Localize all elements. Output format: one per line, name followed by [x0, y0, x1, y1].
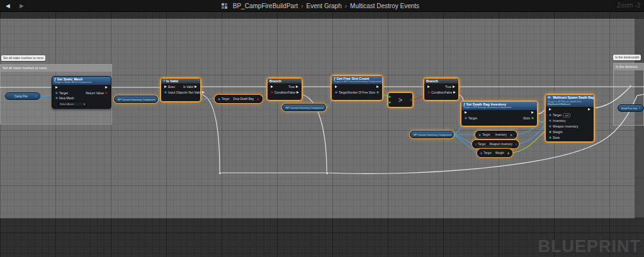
node-get-free-slot-count[interactable]: ƒ Get Free Slot Count Target is BP Conve… — [331, 75, 383, 101]
exec-in-pin[interactable] — [549, 108, 551, 111]
output-pin[interactable] — [325, 106, 326, 109]
pin-label: Weight — [553, 130, 562, 134]
exec-in-pin[interactable] — [335, 85, 337, 88]
return-value-pin[interactable] — [105, 92, 108, 94]
pin-label: Input Object — [168, 90, 185, 94]
variable-node-inventory-component[interactable]: BP Convert Inventory Component — [282, 104, 326, 111]
node-set-static-mesh[interactable]: ƒ Set Static Mesh Target is Static Mesh … — [52, 76, 111, 109]
pin-label: Target — [339, 90, 347, 94]
exec-in-pin[interactable] — [427, 85, 430, 88]
node-multicast-spawn-death-bag[interactable]: Multicast Spawn Death Bag Target is BP M… — [545, 94, 594, 142]
variable-node-inventory-component[interactable]: BP Convert Inventory Component — [410, 131, 454, 138]
node-subtitle: Target is Static Mesh Component — [54, 81, 109, 84]
variable-label: Build Part Info — [621, 107, 637, 110]
asset-picker-dropdown[interactable]: Select Asset ▾ — [58, 101, 87, 107]
node-get-drop-death-bag[interactable]: Target Drop Death Bag — [215, 95, 263, 103]
target-pin[interactable] — [55, 92, 58, 94]
target-pin[interactable] — [480, 152, 482, 155]
false-exec-pin[interactable] — [297, 91, 299, 94]
target-pin[interactable] — [335, 91, 337, 94]
exec-in-pin[interactable] — [164, 85, 167, 88]
weight-pin[interactable] — [549, 131, 551, 133]
pin-label: Inventory — [553, 119, 566, 123]
variable-node-inventory-component[interactable]: BP Convert Inventory Component — [114, 96, 158, 103]
slots-pin[interactable] — [549, 136, 551, 139]
output-pin[interactable] — [510, 134, 512, 136]
input-a-pin[interactable] — [388, 96, 391, 98]
reroute-node[interactable] — [325, 172, 329, 175]
node-is-valid[interactable]: ? Is Valid Exec Is Valid Input Object Is… — [161, 78, 201, 102]
number-of-free-slots-pin[interactable] — [376, 91, 379, 94]
target-pin[interactable] — [465, 117, 467, 119]
node-title: Is Valid — [166, 79, 178, 83]
output-pin[interactable] — [453, 133, 454, 136]
reroute-node[interactable] — [218, 172, 222, 175]
is-valid-exec-pin[interactable] — [195, 85, 197, 88]
input-b-pin[interactable] — [388, 101, 391, 104]
breadcrumb-icon — [222, 0, 227, 11]
node-branch-1[interactable]: Branch True Condition False — [267, 78, 302, 101]
condition-pin[interactable] — [271, 91, 273, 94]
condition-pin[interactable] — [427, 91, 430, 94]
exec-out-pin[interactable] — [588, 108, 590, 111]
true-exec-pin[interactable] — [296, 85, 298, 88]
exec-out-pin[interactable] — [376, 85, 379, 88]
variable-node-camp-fire[interactable]: Camp Fire — [5, 92, 40, 100]
output-pin[interactable] — [516, 143, 517, 146]
output-pin[interactable] — [35, 95, 37, 97]
target-pin[interactable] — [549, 114, 551, 116]
target-pin[interactable] — [478, 134, 481, 136]
output-pin[interactable] — [638, 107, 641, 109]
output-pin[interactable] — [410, 99, 412, 101]
pin-label: True — [445, 85, 451, 89]
node-title: Branch — [426, 79, 438, 83]
exec-out-pin[interactable] — [105, 86, 108, 89]
toolbar: ◄ ► BP_CampFireBuildPart › Event Graph ›… — [0, 0, 644, 12]
node-branch-2[interactable]: Branch True Condition False — [424, 78, 459, 101]
node-title: Multicast Spawn Death Bag — [553, 96, 594, 99]
comment-title[interactable]: Is the destruct — [614, 63, 643, 70]
new-mesh-pin[interactable] — [55, 97, 58, 99]
chevron-down-icon: ▾ — [84, 102, 85, 106]
exec-in-pin[interactable] — [465, 111, 467, 114]
target-pin[interactable] — [218, 98, 220, 101]
comment-title[interactable]: Set all static meshes to none — [1, 65, 111, 72]
pin-label: Target — [482, 133, 490, 136]
self-default-value[interactable]: self — [563, 113, 570, 118]
weapon-inventory-pin[interactable] — [549, 125, 551, 128]
inventory-pin[interactable] — [549, 119, 551, 122]
reroute-node[interactable] — [629, 85, 632, 88]
exec-in-pin[interactable] — [55, 86, 58, 89]
asset-picker-label: Select Asset — [60, 102, 74, 106]
false-exec-pin[interactable] — [453, 91, 456, 94]
node-greater-than[interactable]: > — [388, 92, 413, 107]
node-get-inventory[interactable]: Target Inventory — [475, 131, 517, 139]
pin-label: Target — [59, 91, 68, 95]
blueprint-watermark: BLUEPRINT — [538, 237, 641, 256]
node-subtitle: Target is BP Convert Inventory Component — [334, 80, 380, 84]
back-button[interactable]: ◄ — [4, 1, 11, 11]
breadcrumb-blueprint[interactable]: BP_CampFireBuildPart — [233, 3, 298, 9]
exec-out-pin[interactable] — [531, 111, 534, 114]
pin-label: Target — [553, 113, 562, 117]
node-subtitle: Target is BP Storage Inventory Component — [463, 106, 535, 109]
breadcrumb-event-graph[interactable]: Event Graph — [307, 3, 342, 9]
exec-in-pin[interactable] — [271, 85, 273, 88]
pin-label: Condition — [274, 90, 288, 94]
is-not-valid-exec-pin[interactable] — [202, 91, 205, 94]
forward-button[interactable]: ► — [18, 1, 25, 11]
pin-label: False — [288, 90, 295, 94]
target-pin[interactable] — [475, 143, 477, 146]
pin-label: Number Of Free Slots — [347, 91, 375, 94]
output-pin[interactable] — [157, 98, 158, 101]
node-get-weight[interactable]: Target Weight — [477, 149, 512, 157]
true-exec-pin[interactable] — [453, 85, 455, 88]
node-set-death-bag-inventory[interactable]: ƒ Set Death Bag Inventory Target is BP S… — [461, 101, 538, 126]
slots-pin[interactable] — [531, 117, 534, 119]
output-pin[interactable] — [257, 98, 259, 101]
node-get-weapon-inventory[interactable]: Target Weapon Inventory — [472, 140, 519, 148]
output-pin[interactable] — [507, 152, 509, 155]
input-object-pin[interactable] — [164, 91, 167, 94]
variable-node-build-part-info[interactable]: Build Part Info — [618, 104, 644, 112]
breadcrumb-comment-region[interactable]: Multicast Destroy Events — [350, 3, 419, 9]
